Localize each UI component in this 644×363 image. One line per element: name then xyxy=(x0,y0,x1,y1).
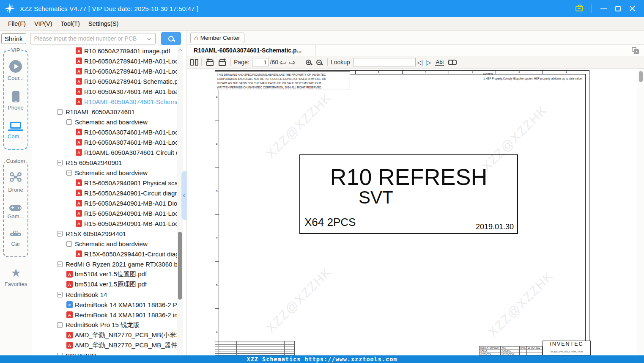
app-logo-icon xyxy=(4,3,15,14)
tree-file-row[interactable]: R15-6050A2940901-Circuit diagra xyxy=(32,188,177,198)
sidebar-item-cour[interactable]: Cour... xyxy=(8,60,24,81)
sidebar-item-phone[interactable]: Phone xyxy=(8,91,24,111)
tree-file-row[interactable]: R10AML-6050A3074601-Schemat xyxy=(32,96,177,107)
tree-file-row[interactable]: R10 6050A2789401 image.pdf xyxy=(32,46,177,56)
collapse-expander-icon[interactable] xyxy=(57,231,63,236)
sidebar-item-gam[interactable]: Gam... xyxy=(7,202,24,220)
zone-letter: C xyxy=(215,215,219,262)
sidebar-item-drone[interactable]: Drone xyxy=(8,171,23,193)
tree-file-row[interactable]: R15-6050A2940901-MB-A01-Loca xyxy=(32,218,177,228)
tree-file-row[interactable]: AMD_华勤_NB2770_PCB_MB_器件位号 xyxy=(32,340,177,350)
cover-title-box: R10 REFRESH SVT X64 2PCS 2019.01.30 xyxy=(299,154,518,234)
tree-item-label: R10AML-6050A3074601-Circuit d xyxy=(84,149,177,156)
tree-file-row[interactable]: R15X-6050A2994401-Circuit diag xyxy=(32,249,177,259)
tree-file-row[interactable]: R10-6050A3074601-MB-A01-Loca xyxy=(32,127,177,137)
gamepad-icon xyxy=(9,205,22,211)
tree-file-row[interactable]: R10-6050A3074601-MB-A01-boa xyxy=(32,86,177,96)
lookup-label: Lookup xyxy=(331,59,350,66)
minimize-button[interactable] xyxy=(600,8,607,9)
chevron-down-icon[interactable] xyxy=(146,36,151,40)
tree-file-row[interactable]: R10AML-6050A3074601-Circuit d xyxy=(32,147,177,157)
tree-file-row[interactable]: bm5104 ver1.5位置图.pdf xyxy=(32,269,177,279)
tree-group-row[interactable]: Schematic and boardview xyxy=(32,239,177,249)
collapse-expander-icon[interactable] xyxy=(66,119,72,125)
find-previous-icon[interactable]: ◁ xyxy=(417,58,422,66)
menu-item-tool[interactable]: Tool(T) xyxy=(60,19,81,28)
tab-schematic-pdf[interactable]: R10AML-6050A3074601-Schematic.p... xyxy=(187,45,315,56)
close-button[interactable] xyxy=(629,6,636,12)
tree-group-row[interactable]: SCU&BPD xyxy=(32,350,177,355)
binoculars-icon[interactable] xyxy=(448,60,457,65)
pdf-file-icon xyxy=(76,220,82,227)
member-center-button[interactable]: Member Center xyxy=(190,33,244,43)
briefcase-icon[interactable] xyxy=(575,6,583,11)
collapse-expander-icon[interactable] xyxy=(57,261,63,267)
tree-file-row[interactable]: bm5104 ver1.5原理图.pdf xyxy=(32,279,177,289)
tree-group-row[interactable]: Schematic and boardview xyxy=(32,168,177,178)
collapse-expander-icon[interactable] xyxy=(57,160,63,165)
tree-file-row[interactable]: RedmiBook 14 XMA1901 18836-2 PC xyxy=(32,300,177,310)
file-tree: R10 6050A2789401 image.pdfR10-6050A27894… xyxy=(32,46,177,355)
tree-file-row[interactable]: AMD_华勤_NB2770_PCB_MB(小米XM xyxy=(32,330,177,340)
collapse-panel-handle[interactable] xyxy=(181,171,187,220)
chevron-left-icon xyxy=(183,194,186,197)
pdf-page[interactable]: 87654321 FEDCBA THIS DRAWING AND SPECIFI… xyxy=(187,69,644,355)
rotate-left-icon[interactable] xyxy=(205,58,215,66)
collapse-expander-icon[interactable] xyxy=(57,109,63,115)
sidebar-item-car[interactable]: Car xyxy=(9,229,22,247)
search-field[interactable] xyxy=(30,33,156,44)
search-button[interactable] xyxy=(161,32,181,45)
rotate-right-icon[interactable] xyxy=(217,58,227,66)
tree-group-row[interactable]: R15X 6050A2994401 xyxy=(32,228,177,239)
zoom-out-icon[interactable] xyxy=(316,60,322,65)
tree-group-row[interactable]: Schematic and boardview xyxy=(32,117,177,127)
shrink-button[interactable]: Shrink xyxy=(1,33,26,44)
tree-item-label: bm5104 ver1.5位置图.pdf xyxy=(75,270,147,278)
lookup-input[interactable] xyxy=(353,58,416,66)
sidebar-item-favorites[interactable]: ★ Favorites xyxy=(0,267,32,287)
pdf-file-icon xyxy=(76,47,82,54)
tree-scrollbar-thumb[interactable] xyxy=(178,232,182,300)
tree-file-row[interactable]: RedmiBook 14 XMA1901 18836-2 im xyxy=(32,310,177,320)
close-all-tabs-button[interactable] xyxy=(632,47,639,54)
sidebar-item-com[interactable]: Com... xyxy=(8,120,24,140)
tree-group-row[interactable]: RedmiBook 14 xyxy=(32,289,177,300)
tree-item-label: RedmiBook 14 xyxy=(66,291,107,298)
scroll-up-icon[interactable] xyxy=(178,49,182,53)
previous-page-icon[interactable]: ⇦ xyxy=(280,58,286,66)
collapse-expander-icon[interactable] xyxy=(57,322,63,328)
tree-file-row[interactable]: R10-6050A2789401-Schematic.pd xyxy=(32,76,177,86)
tree-file-row[interactable]: R10-6050A2789401-MB-A01-Loca xyxy=(32,56,177,66)
tree-file-row[interactable]: R10-6050A3074601-MB-A01-Loca xyxy=(32,137,177,147)
collapse-expander-icon[interactable] xyxy=(66,241,72,247)
cover-quantity: X64 2PCS xyxy=(304,216,356,229)
pdf-toolbar: Page: /60 ⇦ ⇨ Lookup ◁ ▷ Abi xyxy=(187,56,644,69)
collapse-expander-icon[interactable] xyxy=(66,170,72,176)
tree-group-row[interactable]: RedMi G Ryzen 2021 game RTX3060 bm xyxy=(32,259,177,269)
pdf-file-icon xyxy=(76,68,82,74)
pdf-scrollbar[interactable] xyxy=(637,69,644,355)
search-input[interactable] xyxy=(30,35,147,42)
tree-file-row[interactable]: R10-6050A2789401-MB-A01-Loca xyxy=(32,66,177,76)
find-next-icon[interactable]: ▷ xyxy=(426,58,431,66)
two-page-view-icon[interactable] xyxy=(190,59,198,66)
match-case-toggle[interactable]: Abi xyxy=(435,59,444,66)
menu-item-vip[interactable]: VIP(V) xyxy=(33,19,54,28)
tree-group-row[interactable]: R10AML 6050A3074601 xyxy=(32,107,177,117)
tree-file-row[interactable]: R15-6050A2940901 Physical scan xyxy=(32,178,177,188)
menu-item-file[interactable]: File(F) xyxy=(7,19,27,28)
tree-group-row[interactable]: R15 6050A2940901 xyxy=(32,157,177,168)
tree-file-row[interactable]: R15-6050A2940901-MB-A01-Loca xyxy=(32,208,177,218)
collapse-expander-icon[interactable] xyxy=(57,292,63,297)
cover-title: R10 REFRESH xyxy=(300,164,517,190)
page-number-input[interactable] xyxy=(252,58,269,66)
tree-file-row[interactable]: R15-6050A2940901-MB-A01 Dioc xyxy=(32,198,177,208)
menu-item-settings[interactable]: Settings(S) xyxy=(87,19,120,28)
pdf-scrollbar-thumb[interactable] xyxy=(639,71,643,82)
zoom-in-icon[interactable] xyxy=(306,60,311,65)
pdf-file-icon xyxy=(76,210,82,217)
pdf-file-icon xyxy=(66,281,73,288)
next-page-icon[interactable]: ⇨ xyxy=(289,58,296,66)
tree-group-row[interactable]: RedmiBook Pro 15 锐龙版 xyxy=(32,320,177,330)
maximize-button[interactable] xyxy=(615,6,621,11)
